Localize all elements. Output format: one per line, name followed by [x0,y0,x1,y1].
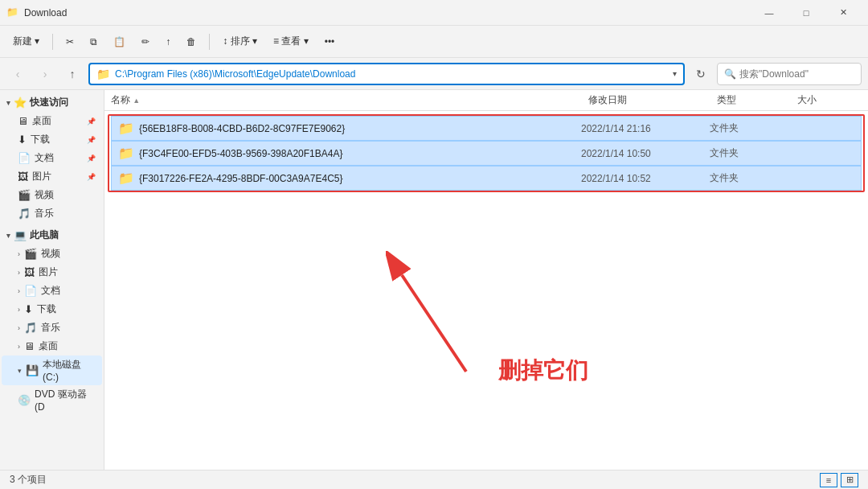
this-pc-chevron-icon: ▾ [6,232,10,240]
file-date-0: 2022/1/14 21:16 [581,123,710,134]
address-chevron-icon[interactable]: ▾ [673,69,677,78]
item-count: 3 个项目 [10,473,47,487]
sidebar-item-downloads-pc[interactable]: › ⬇ 下载 [2,300,102,318]
search-input[interactable] [739,68,854,80]
title-bar: 📁 Download — □ ✕ [0,0,868,26]
pin-icon: 📌 [87,117,96,125]
up-button[interactable]: ↑ [61,63,84,85]
sidebar-item-videos-quick[interactable]: 🎬 视频 [2,186,102,204]
sidebar-item-docs-quick[interactable]: 📄 文档 📌 [2,149,102,167]
list-view-button[interactable]: ≡ [820,473,837,487]
music-pc-chevron: › [18,324,20,332]
sidebar-item-pictures-pc[interactable]: › 🖼 图片 [2,263,102,281]
share-button[interactable]: ↑ [159,31,177,53]
view-button[interactable]: ≡ 查看 ▾ [267,31,315,53]
column-type[interactable]: 类型 [717,93,797,107]
file-name-1: {F3C4FE00-EFD5-403B-9569-398A20F1BA4A} [139,148,581,159]
videos-pc-icon: 🎬 [24,248,37,260]
sidebar-section-this-pc: ▾ 💻 此电脑 › 🎬 视频 › 🖼 图片 › 📄 文档 › ⬇ [0,226,104,415]
delete-button[interactable]: 🗑 [180,31,203,53]
window-title: Download [24,7,751,18]
address-folder-icon: 📁 [96,68,110,80]
file-name-2: {F3017226-FE2A-4295-8BDF-00C3A9A7E4C5} [139,173,581,184]
desktop-icon: 🖥 [18,115,28,127]
folder-icon-1: 📁 [118,146,134,161]
quick-access-label: 快速访问 [30,96,68,109]
this-pc-label: 此电脑 [30,228,59,242]
sidebar-item-music-quick[interactable]: 🎵 音乐 [2,204,102,223]
downloads-icon: ⬇ [18,134,27,146]
window-icon: 📁 [6,6,19,19]
sort-button[interactable]: ↕ 排序 ▾ [216,31,264,53]
forward-button[interactable]: › [34,63,56,85]
grid-view-button[interactable]: ⊞ [841,473,858,487]
pin-icon-3: 📌 [87,154,96,162]
sidebar-item-music-pc[interactable]: › 🎵 音乐 [2,318,102,337]
window-controls: — □ ✕ [751,0,862,26]
delete-annotation-text: 删掉它们 [498,355,588,386]
sidebar-dvd-label: DVD 驱动器 (D [35,388,96,413]
view-controls: ≡ ⊞ [820,473,858,487]
this-pc-icon: 💻 [14,229,27,241]
file-list-header: 名称 ▲ 修改日期 类型 大小 [104,90,868,111]
paste-button[interactable]: 📋 [107,31,132,53]
sidebar-item-desktop-quick[interactable]: 🖥 桌面 📌 [2,112,102,130]
paste-icon: 📋 [113,36,125,47]
sidebar-desktop-pc-label: 桌面 [39,339,58,353]
delete-icon: 🗑 [186,36,196,47]
sidebar-item-docs-pc[interactable]: › 📄 文档 [2,281,102,300]
sidebar-item-downloads-quick[interactable]: ⬇ 下载 📌 [2,130,102,149]
sidebar-downloads-pc-label: 下载 [37,302,56,316]
close-button[interactable]: ✕ [825,0,862,26]
downloads-pc-chevron: › [18,306,20,314]
sidebar-music-label: 音乐 [35,207,54,220]
sidebar-item-local-disk[interactable]: ▾ 💾 本地磁盘 (C:) [2,355,102,385]
minimize-button[interactable]: — [751,0,788,26]
quick-access-chevron-icon: ▾ [6,99,10,107]
column-name[interactable]: 名称 ▲ [111,93,588,107]
toolbar-separator-1 [52,34,53,50]
maximize-button[interactable]: □ [788,0,825,26]
more-button[interactable]: ••• [318,31,342,53]
sidebar-section-quick-access: ▾ ⭐ 快速访问 🖥 桌面 📌 ⬇ 下载 📌 📄 文档 📌 🖼 图片 [0,93,104,223]
docs-icon: 📄 [18,152,31,164]
sidebar-downloads-label: 下载 [31,133,50,146]
refresh-button[interactable]: ↻ [690,63,712,85]
sidebar-item-videos-pc[interactable]: › 🎬 视频 [2,244,102,263]
folder-icon-0: 📁 [118,121,134,136]
file-name-0: {56EB18F8-B008-4CBD-B6D2-8C97FE7E9062} [139,123,581,134]
column-size[interactable]: 大小 [797,93,862,107]
pin-icon-2: 📌 [87,136,96,144]
sidebar-item-desktop-pc[interactable]: › 🖥 桌面 [2,337,102,355]
toolbar-separator-2 [209,34,210,50]
quick-access-star-icon: ⭐ [14,97,27,109]
folder-icon-2: 📁 [118,171,134,186]
address-bar: ‹ › ↑ 📁 ▾ ↻ 🔍 [0,58,868,90]
new-button[interactable]: 新建 ▾ [6,31,46,53]
file-item-0[interactable]: 📁 {56EB18F8-B008-4CBD-B6D2-8C97FE7E9062}… [111,116,862,141]
sidebar-videos-pc-label: 视频 [41,247,60,261]
sidebar-item-pictures-quick[interactable]: 🖼 图片 📌 [2,167,102,186]
svg-line-1 [402,275,466,372]
docs-pc-icon: 📄 [24,285,37,297]
pictures-pc-chevron: › [18,269,20,277]
search-box[interactable]: 🔍 [717,63,862,85]
sidebar-item-dvd[interactable]: 💿 DVD 驱动器 (D [2,385,102,415]
address-input-wrap[interactable]: 📁 ▾ [88,63,685,85]
copy-button[interactable]: ⧉ [84,31,104,53]
cut-button[interactable]: ✂ [59,31,80,53]
videos-icon: 🎬 [18,189,31,201]
rename-button[interactable]: ✏ [135,31,156,53]
back-button[interactable]: ‹ [6,63,29,85]
column-date[interactable]: 修改日期 [588,93,717,107]
file-type-2: 文件夹 [710,171,790,185]
file-item-2[interactable]: 📁 {F3017226-FE2A-4295-8BDF-00C3A9A7E4C5}… [111,166,862,191]
sidebar-quick-access-header[interactable]: ▾ ⭐ 快速访问 [0,93,104,112]
sidebar-this-pc-header[interactable]: ▾ 💻 此电脑 [0,226,104,244]
file-type-0: 文件夹 [710,121,790,135]
file-item-1[interactable]: 📁 {F3C4FE00-EFD5-403B-9569-398A20F1BA4A}… [111,141,862,166]
cut-icon: ✂ [66,36,74,47]
address-input[interactable] [115,68,668,80]
sidebar-pictures-pc-label: 图片 [39,265,58,279]
selection-box: 📁 {56EB18F8-B008-4CBD-B6D2-8C97FE7E9062}… [108,114,865,192]
